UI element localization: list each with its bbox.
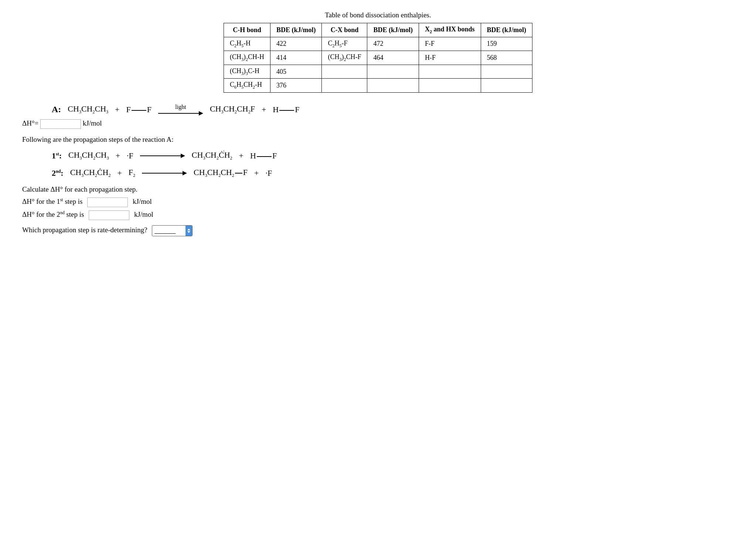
step1-delta-input[interactable]	[87, 198, 128, 207]
step1-reactant1: CH3CH2CH3	[68, 150, 109, 161]
delta-h-label: ΔH°=	[22, 119, 38, 127]
cell-bde2d	[367, 79, 419, 93]
reaction-a-arrow: light	[158, 104, 203, 116]
step2-reactant1: CH3CH2ĊH2	[70, 168, 111, 178]
col-header-x2hx: X2 and HX bonds	[419, 23, 481, 37]
step1-label: 1st:	[52, 151, 62, 161]
table-title: Table of bond dissociation enthalpies.	[22, 11, 734, 19]
table-row: (CH3)3C-H 405	[224, 65, 532, 79]
delta-h-section: ΔH°= kJ/mol	[22, 119, 734, 129]
cell-bde3d	[481, 79, 532, 93]
reaction-a-plus1: +	[115, 105, 119, 114]
table-row: C2H5-H 422 C2H5-F 472 F-F 159	[224, 37, 532, 51]
rate-label: Which propagation step is rate-determini…	[22, 226, 147, 234]
dropdown-arrow-button[interactable]	[185, 226, 192, 236]
step2-label: 2nd:	[52, 168, 64, 178]
step1-delta-unit: kJ/mol	[133, 198, 152, 205]
cell-ch1: C2H5-H	[224, 37, 270, 51]
propagation-text: Following are the propagation steps of t…	[22, 136, 734, 144]
step1-plus1: +	[116, 151, 120, 161]
reaction-a-reactant2: FF	[126, 105, 151, 114]
cell-x2hx1: F-F	[419, 37, 481, 51]
cell-cx3	[322, 65, 367, 79]
step2-plus2: +	[254, 168, 259, 178]
cell-bde2a: 472	[367, 37, 419, 51]
col-header-bde2: BDE (kJ/mol)	[367, 23, 419, 37]
step1-product1: CH3CH2Ċ·H2	[192, 150, 232, 161]
reaction-a-product1: CH3CH2CH2F	[210, 104, 255, 115]
step2-delta-input[interactable]	[89, 210, 129, 220]
col-header-cx-bond: C-X bond	[322, 23, 367, 37]
reaction-a-reactant1: CH3CH2CH3	[68, 104, 108, 115]
step2-product1: CH3CH2CH2F	[194, 168, 248, 178]
table-row: C6H5CH2-H 376	[224, 79, 532, 93]
step2-reactant2: F2	[129, 168, 135, 178]
cell-cx2: (CH3)2CH-F	[322, 51, 367, 65]
arrow-label-light: light	[175, 104, 186, 110]
step1-arrow	[140, 154, 185, 158]
step1-product2: HF	[250, 151, 277, 161]
calculate-text: Calculate ΔH° for each propagation step.	[22, 185, 734, 193]
step2-reaction: 2nd: CH3CH2ĊH2 + F2 CH3CH2CH2F + ·F	[52, 168, 734, 178]
step1-delta-h: ΔH° for the 1st step is kJ/mol	[22, 197, 734, 207]
cell-bde1b: 414	[270, 51, 322, 65]
cell-bde3b: 568	[481, 51, 532, 65]
reaction-a-plus2: +	[262, 105, 266, 114]
step2-product2: ·F	[265, 168, 272, 178]
delta-h-input[interactable]	[40, 119, 81, 129]
rate-determining-section: Which propagation step is rate-determini…	[22, 225, 734, 236]
cell-x2hx3	[419, 65, 481, 79]
cell-x2hx4	[419, 79, 481, 93]
cell-cx1: C2H5-F	[322, 37, 367, 51]
cell-bde1c: 405	[270, 65, 322, 79]
step1-reactant2: ·F	[127, 151, 133, 161]
delta-h-unit: kJ/mol	[83, 119, 102, 127]
step2-delta-h: ΔH° for the 2nd step is kJ/mol	[22, 210, 734, 220]
cell-bde3c	[481, 65, 532, 79]
cell-bde2b: 464	[367, 51, 419, 65]
reaction-a-product2: HF	[273, 105, 299, 114]
cell-x2hx2: H-F	[419, 51, 481, 65]
col-header-ch-bond: C-H bond	[224, 23, 270, 37]
col-header-bde3: BDE (kJ/mol)	[481, 23, 532, 37]
step2-delta-label: ΔH° for the 2nd step is	[22, 210, 84, 218]
rate-dropdown-wrapper[interactable]: ______ 1st 2nd	[152, 225, 193, 236]
arrow-symbol	[158, 111, 203, 116]
step1-delta-label: ΔH° for the 1st step is	[22, 198, 82, 205]
cell-bde1a: 422	[270, 37, 322, 51]
cell-ch4: C6H5CH2-H	[224, 79, 270, 93]
cell-ch2: (CH3)2CH-H	[224, 51, 270, 65]
step2-delta-unit: kJ/mol	[134, 210, 153, 218]
table-row: (CH3)2CH-H 414 (CH3)2CH-F 464 H-F 568	[224, 51, 532, 65]
cell-ch3: (CH3)3C-H	[224, 65, 270, 79]
bde-table: C-H bond BDE (kJ/mol) C-X bond BDE (kJ/m…	[224, 23, 532, 93]
dropdown-down-arrow-icon	[187, 231, 190, 233]
rate-dropdown[interactable]: ______ 1st 2nd	[152, 226, 185, 235]
cell-bde1d: 376	[270, 79, 322, 93]
col-header-bde1: BDE (kJ/mol)	[270, 23, 322, 37]
step1-reaction: 1st: CH3CH2CH3 + ·F CH3CH2Ċ·H2 + HF	[52, 150, 734, 161]
cell-bde3a: 159	[481, 37, 532, 51]
dropdown-up-arrow-icon	[187, 229, 190, 230]
cell-cx4	[322, 79, 367, 93]
reaction-a-label: A:	[52, 104, 61, 114]
step2-arrow	[142, 171, 187, 175]
step2-plus1: +	[117, 168, 122, 178]
cell-bde2c	[367, 65, 419, 79]
step1-plus2: +	[239, 151, 244, 161]
reaction-a: A: CH3CH2CH3 + FF light CH3CH2CH2F + HF	[52, 104, 734, 116]
